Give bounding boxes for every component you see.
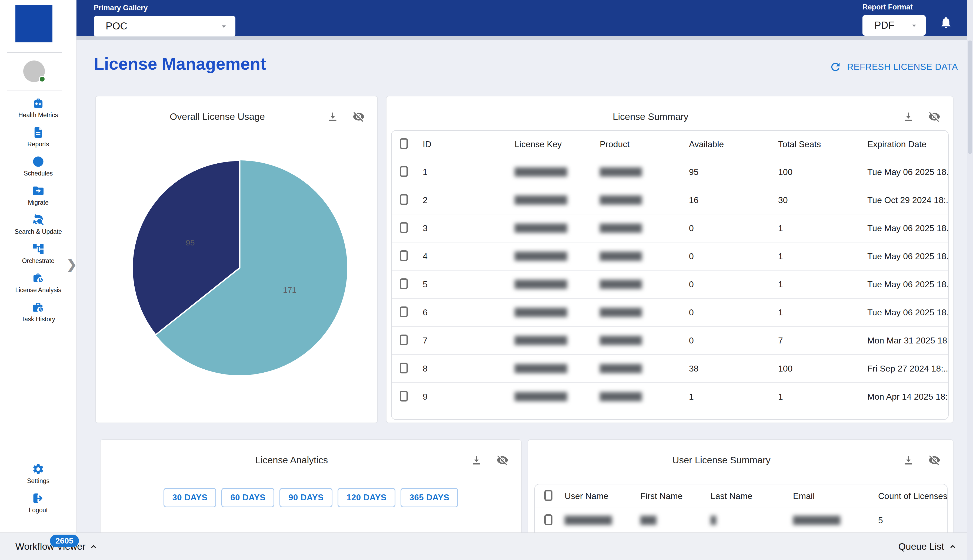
sidebar-expand-chevron[interactable]: ❯ xyxy=(67,257,77,272)
notifications-bell-icon[interactable] xyxy=(939,15,953,30)
row-checkbox[interactable] xyxy=(400,194,408,205)
cell-total-seats: 7 xyxy=(778,336,867,346)
cell-license-count: 5 xyxy=(878,515,947,525)
column-header: License Key xyxy=(515,139,600,149)
briefcase-clock-icon xyxy=(32,301,45,314)
refresh-icon xyxy=(829,61,842,73)
topbar: Primary Gallery POC Report Format PDF xyxy=(77,0,973,36)
table-row: 5 ██████████ ████████ 0 1 Tue May 06 202… xyxy=(392,270,948,298)
pie-chart: 95 171 xyxy=(130,158,349,377)
eye-off-icon[interactable] xyxy=(353,110,365,123)
scrollbar-thumb[interactable] xyxy=(968,40,972,154)
cell-product-redacted: ████████ xyxy=(600,195,689,205)
row-checkbox[interactable] xyxy=(400,391,408,402)
primary-gallery-group: Primary Gallery POC xyxy=(94,4,236,37)
sidebar-item-license-analysis[interactable]: License Analysis xyxy=(0,268,77,297)
refresh-license-data-button[interactable]: REFRESH LICENSE DATA xyxy=(829,59,958,75)
sidebar-item-task-history[interactable]: Task History xyxy=(0,297,77,327)
cell-product-redacted: ████████ xyxy=(600,223,689,233)
download-icon[interactable] xyxy=(326,110,339,123)
sidebar-item-reports[interactable]: Reports xyxy=(0,122,77,152)
flowchart-icon xyxy=(32,243,45,255)
card-title: License Analytics xyxy=(113,455,470,465)
license-summary-card: License Summary ID License Key Product A… xyxy=(386,96,953,423)
app-logo xyxy=(15,5,52,42)
sidebar-item-label: Health Metrics xyxy=(18,112,58,119)
primary-gallery-select[interactable]: POC xyxy=(94,16,236,37)
sidebar-item-health-metrics[interactable]: Health Metrics xyxy=(0,93,77,122)
table-header-row: ID License Key Product Available Total S… xyxy=(392,131,948,158)
online-status-dot xyxy=(39,76,45,82)
sidebar-item-migrate[interactable]: Migrate xyxy=(0,181,77,210)
sidebar-item-orchestrate[interactable]: Orchestrate xyxy=(0,239,77,268)
eye-off-icon[interactable] xyxy=(928,110,941,123)
table-row: 7 ██████████ ████████ 0 7 Mon Mar 31 202… xyxy=(392,326,948,354)
sidebar-item-label: Migrate xyxy=(28,199,48,206)
pie-slice-label: 95 xyxy=(186,238,195,247)
cell-available: 38 xyxy=(689,364,778,374)
row-checkbox[interactable] xyxy=(400,363,408,373)
caret-down-icon xyxy=(909,21,919,30)
range-120-days-button[interactable]: 120 DAYS xyxy=(338,488,395,507)
sidebar-item-label: Task History xyxy=(21,316,55,323)
report-format-select[interactable]: PDF xyxy=(863,15,926,36)
workflow-viewer-toggle[interactable]: Workflow Viewer 2605 xyxy=(15,541,99,552)
table-row: 8 ██████████ ████████ 38 100 Fri Sep 27 … xyxy=(392,354,948,382)
cell-id: 5 xyxy=(423,280,515,290)
eye-off-icon[interactable] xyxy=(496,454,509,466)
folder-move-icon xyxy=(32,184,45,197)
cell-id: 7 xyxy=(423,336,515,346)
sidebar-item-label: Schedules xyxy=(24,170,53,177)
row-checkbox[interactable] xyxy=(400,307,408,317)
row-checkbox[interactable] xyxy=(400,166,408,177)
card-title: User License Summary xyxy=(540,455,902,465)
sidebar-item-search-update[interactable]: Search & Update xyxy=(0,210,77,239)
row-checkbox[interactable] xyxy=(400,278,408,289)
license-analytics-card: License Analytics 30 DAYS 60 DAYS 90 DAY… xyxy=(100,439,522,537)
row-checkbox[interactable] xyxy=(544,514,552,525)
cell-expiration: Tue May 06 2025 18... xyxy=(867,223,948,233)
cell-id: 3 xyxy=(423,223,515,233)
select-all-checkbox[interactable] xyxy=(544,490,552,501)
overall-license-usage-card: Overall License Usage 95 171 xyxy=(95,96,378,423)
download-icon[interactable] xyxy=(902,110,914,123)
sidebar-item-schedules[interactable]: Schedules xyxy=(0,152,77,181)
column-header: Total Seats xyxy=(778,139,867,149)
sidebar-nav: Health Metrics Reports Schedules Migrate… xyxy=(0,93,77,327)
cell-license-key-redacted: ██████████ xyxy=(515,280,600,289)
download-icon[interactable] xyxy=(470,454,483,466)
sidebar-item-label: License Analysis xyxy=(15,287,61,294)
health-metrics-icon xyxy=(32,97,45,110)
column-header: ID xyxy=(423,139,515,149)
sidebar: Health Metrics Reports Schedules Migrate… xyxy=(0,0,77,532)
cell-id: 4 xyxy=(423,252,515,262)
row-checkbox[interactable] xyxy=(400,222,408,233)
card-title: Overall License Usage xyxy=(108,111,326,122)
cell-total-seats: 1 xyxy=(778,223,867,233)
user-license-summary-card: User License Summary User Name First Nam… xyxy=(528,439,953,537)
pie-slice-label: 171 xyxy=(283,285,296,295)
range-90-days-button[interactable]: 90 DAYS xyxy=(279,488,333,507)
select-all-checkbox[interactable] xyxy=(400,138,408,149)
cell-total-seats: 1 xyxy=(778,280,867,290)
download-icon[interactable] xyxy=(902,454,914,466)
range-365-days-button[interactable]: 365 DAYS xyxy=(401,488,458,507)
gear-icon xyxy=(32,463,45,475)
column-header: Product xyxy=(600,139,689,149)
eye-off-icon[interactable] xyxy=(928,454,941,466)
range-60-days-button[interactable]: 60 DAYS xyxy=(221,488,274,507)
column-header: User Name xyxy=(565,491,640,501)
license-summary-table: ID License Key Product Available Total S… xyxy=(391,130,949,420)
cell-license-key-redacted: ██████████ xyxy=(515,392,600,401)
sidebar-item-settings[interactable]: Settings xyxy=(0,459,77,488)
sidebar-item-logout[interactable]: Logout xyxy=(0,488,77,517)
row-checkbox[interactable] xyxy=(400,335,408,345)
table-row: 9 ██████████ ████████ 1 1 Mon Apr 14 202… xyxy=(392,382,948,410)
range-30-days-button[interactable]: 30 DAYS xyxy=(164,488,216,507)
queue-list-toggle[interactable]: Queue List xyxy=(898,541,958,552)
user-avatar[interactable] xyxy=(23,60,45,82)
scrollbar[interactable] xyxy=(967,0,973,560)
row-checkbox[interactable] xyxy=(400,250,408,261)
table-row: 3 ██████████ ████████ 0 1 Tue May 06 202… xyxy=(392,214,948,242)
cell-available: 16 xyxy=(689,195,778,205)
